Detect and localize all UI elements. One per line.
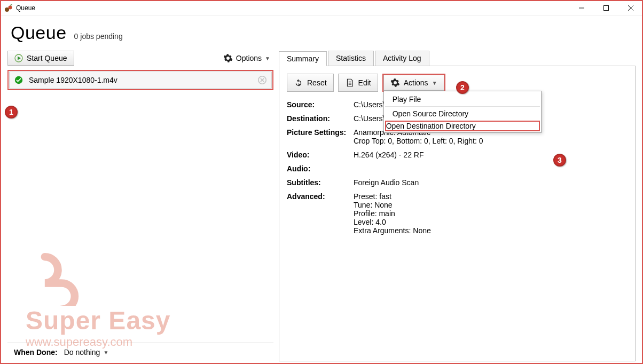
gear-icon bbox=[390, 78, 400, 88]
video-label: Video: bbox=[287, 151, 354, 159]
destination-label: Destination: bbox=[287, 114, 354, 123]
reset-button[interactable]: Reset bbox=[287, 74, 334, 92]
edit-button[interactable]: Edit bbox=[338, 74, 378, 92]
queue-item[interactable]: Sample 1920X1080-1.m4v bbox=[9, 72, 272, 89]
edit-label: Edit bbox=[358, 78, 371, 87]
actions-highlight: Actions ▼ Play File Open Source Director… bbox=[382, 74, 445, 92]
actions-menu: Play File Open Source Directory Open Des… bbox=[383, 91, 542, 133]
menu-open-destination-highlight: Open Destination Directory bbox=[385, 121, 540, 131]
reset-label: Reset bbox=[307, 78, 327, 87]
summary-panel: Reset Edit Actions ▼ bbox=[279, 66, 636, 361]
actions-button[interactable]: Actions ▼ bbox=[383, 75, 444, 91]
actions-label: Actions bbox=[404, 78, 428, 87]
advanced-label: Advanced: bbox=[287, 192, 354, 235]
subtitles-value: Foreign Audio Scan bbox=[354, 178, 628, 187]
check-circle-icon bbox=[14, 75, 23, 85]
queue-item-filename: Sample 1920X1080-1.m4v bbox=[29, 76, 252, 84]
audio-value bbox=[354, 164, 628, 173]
refresh-icon bbox=[294, 78, 303, 88]
menu-play-file[interactable]: Play File bbox=[385, 92, 540, 107]
picture-line2: Crop Top: 0, Bottom: 0, Left: 0, Right: … bbox=[354, 137, 628, 145]
tab-summary[interactable]: Summary bbox=[279, 51, 327, 66]
picture-settings-label: Picture Settings: bbox=[287, 128, 354, 145]
subtitles-label: Subtitles: bbox=[287, 178, 354, 187]
video-value: H.264 (x264) - 22 RF bbox=[354, 151, 628, 159]
details-panel: Summary Statistics Activity Log Reset Ed… bbox=[279, 51, 636, 361]
annotation-badge-1: 1 bbox=[5, 106, 18, 118]
document-icon bbox=[345, 78, 355, 88]
advanced-value: Preset: fast Tune: None Profile: main Le… bbox=[354, 192, 628, 235]
source-label: Source: bbox=[287, 100, 354, 109]
audio-label: Audio: bbox=[287, 164, 354, 173]
tab-activity-log[interactable]: Activity Log bbox=[375, 51, 429, 66]
annotation-badge-2: 2 bbox=[456, 81, 469, 94]
tab-statistics[interactable]: Statistics bbox=[328, 51, 374, 66]
menu-open-source-directory[interactable]: Open Source Directory bbox=[385, 107, 540, 121]
queue-item-highlight: Sample 1920X1080-1.m4v bbox=[7, 70, 273, 90]
chevron-down-icon: ▼ bbox=[432, 80, 437, 86]
cancel-icon[interactable] bbox=[257, 75, 267, 85]
menu-open-destination-directory[interactable]: Open Destination Directory bbox=[386, 122, 539, 130]
annotation-badge-3: 3 bbox=[553, 154, 566, 167]
